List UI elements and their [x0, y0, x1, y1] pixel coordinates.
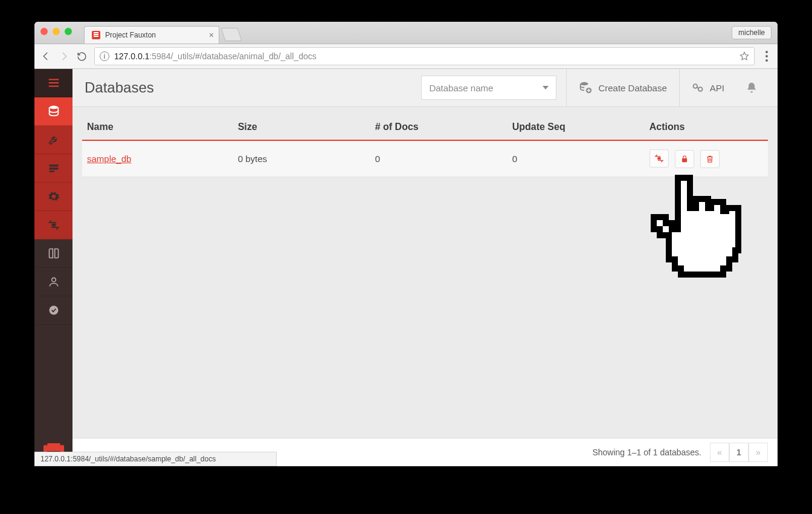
site-info-icon[interactable]: i — [100, 51, 109, 61]
titlebar: Project Fauxton × michelle — [34, 22, 778, 44]
wrench-icon — [48, 134, 60, 146]
svg-point-0 — [49, 106, 58, 109]
cell-seq: 0 — [507, 140, 645, 177]
notifications-button[interactable] — [736, 69, 767, 106]
tasks-icon — [48, 162, 60, 174]
hamburger-icon — [47, 76, 60, 89]
forward-button[interactable] — [59, 51, 69, 62]
col-name: Name — [82, 115, 233, 140]
back-button[interactable] — [40, 51, 51, 62]
sidebar-item-replication[interactable] — [34, 211, 72, 239]
replication-icon — [48, 219, 60, 231]
col-seq: Update Seq — [507, 115, 645, 140]
pager-prev[interactable]: « — [710, 443, 729, 462]
pager-page[interactable]: 1 — [729, 443, 749, 462]
create-database-button[interactable]: Create Database — [566, 69, 678, 106]
svg-point-11 — [581, 82, 588, 86]
delete-action-button[interactable] — [700, 150, 720, 168]
col-size: Size — [233, 115, 370, 140]
sidebar-item-databases[interactable] — [34, 97, 72, 126]
permissions-action-button[interactable] — [675, 150, 694, 168]
main-panel: Databases Database name Create Database … — [72, 69, 778, 466]
svg-rect-7 — [45, 446, 63, 451]
svg-rect-10 — [47, 443, 60, 447]
sidebar-item-admin[interactable] — [34, 268, 72, 296]
svg-rect-15 — [658, 158, 660, 160]
sidebar-item-setup[interactable] — [34, 126, 72, 154]
svg-point-5 — [51, 278, 56, 282]
bell-icon — [746, 82, 758, 94]
sidebar-item-documentation[interactable] — [34, 239, 72, 268]
minimize-window-button[interactable] — [53, 28, 60, 35]
url-path: :5984/_utils/#/database/animal_db/_all_d… — [149, 51, 316, 61]
database-search-placeholder: Database name — [429, 83, 493, 93]
svg-rect-1 — [49, 164, 58, 166]
sidebar-toggle-button[interactable] — [34, 69, 72, 97]
maximize-window-button[interactable] — [65, 28, 72, 35]
fauxton-favicon-icon — [92, 31, 100, 39]
pager: « 1 » — [710, 443, 768, 462]
trash-icon — [706, 155, 714, 163]
profile-button[interactable]: michelle — [732, 26, 772, 39]
chevron-down-icon — [543, 86, 549, 89]
database-table: Name Size # of Docs Update Seq Actions s… — [72, 107, 778, 438]
user-icon — [48, 276, 60, 288]
table-row: sample_db 0 bytes 0 0 — [82, 140, 768, 177]
cell-size: 0 bytes — [233, 140, 370, 177]
database-search-dropdown[interactable]: Database name — [421, 76, 556, 100]
book-icon — [48, 247, 60, 259]
address-bar[interactable]: i 127.0.0.1:5984/_utils/#/database/anima… — [94, 47, 755, 65]
database-add-icon — [579, 81, 592, 94]
fauxton-app: Logout Databases Database name Create Da… — [34, 69, 778, 466]
close-window-button[interactable] — [40, 28, 48, 35]
tab-title: Project Fauxton — [105, 31, 156, 39]
col-docs: # of Docs — [370, 115, 507, 140]
database-icon — [47, 105, 60, 118]
api-label: API — [710, 83, 724, 93]
reload-button[interactable] — [77, 51, 87, 62]
gear-icon — [48, 190, 60, 203]
database-name-link[interactable]: sample_db — [87, 154, 131, 164]
url-host: 127.0.0.1 — [114, 51, 149, 61]
pagination-summary: Showing 1–1 of 1 databases. — [592, 447, 701, 457]
api-button[interactable]: API — [679, 69, 736, 106]
sidebar: Logout — [34, 69, 72, 466]
table-header-row: Name Size # of Docs Update Seq Actions — [82, 115, 768, 140]
replication-icon — [654, 154, 664, 163]
svg-point-6 — [49, 306, 58, 315]
window-controls — [40, 28, 72, 35]
status-bar: 127.0.0.1:5984/_utils/#/database/sample_… — [34, 452, 277, 466]
close-tab-button[interactable]: × — [209, 30, 214, 40]
browser-window: Project Fauxton × michelle i 127.0.0.1:5… — [34, 22, 778, 466]
browser-tab[interactable]: Project Fauxton × — [84, 26, 219, 44]
create-database-label: Create Database — [598, 83, 666, 93]
svg-rect-2 — [49, 168, 58, 169]
svg-rect-4 — [52, 224, 55, 226]
bookmark-star-icon[interactable] — [740, 51, 749, 61]
col-actions: Actions — [645, 115, 768, 140]
browser-toolbar: i 127.0.0.1:5984/_utils/#/database/anima… — [34, 44, 778, 69]
check-circle-icon — [48, 304, 60, 316]
page-title: Databases — [85, 79, 421, 96]
svg-rect-3 — [49, 171, 54, 172]
replicate-action-button[interactable] — [649, 149, 669, 168]
svg-point-14 — [698, 87, 703, 91]
sidebar-item-active-tasks[interactable] — [34, 154, 72, 183]
status-bar-text: 127.0.0.1:5984/_utils/#/database/sample_… — [40, 455, 216, 463]
pager-next[interactable]: » — [749, 443, 768, 462]
svg-rect-16 — [682, 158, 687, 162]
new-tab-button[interactable] — [221, 28, 242, 41]
main-header: Databases Database name Create Database … — [72, 69, 778, 107]
sidebar-item-verify[interactable] — [34, 296, 72, 325]
cell-actions — [645, 140, 768, 177]
cell-docs: 0 — [370, 140, 507, 177]
sidebar-item-config[interactable] — [34, 183, 72, 211]
lock-icon — [680, 155, 689, 163]
link-icon — [692, 82, 704, 94]
tab-strip: Project Fauxton × — [84, 22, 240, 44]
browser-menu-button[interactable] — [765, 55, 768, 57]
